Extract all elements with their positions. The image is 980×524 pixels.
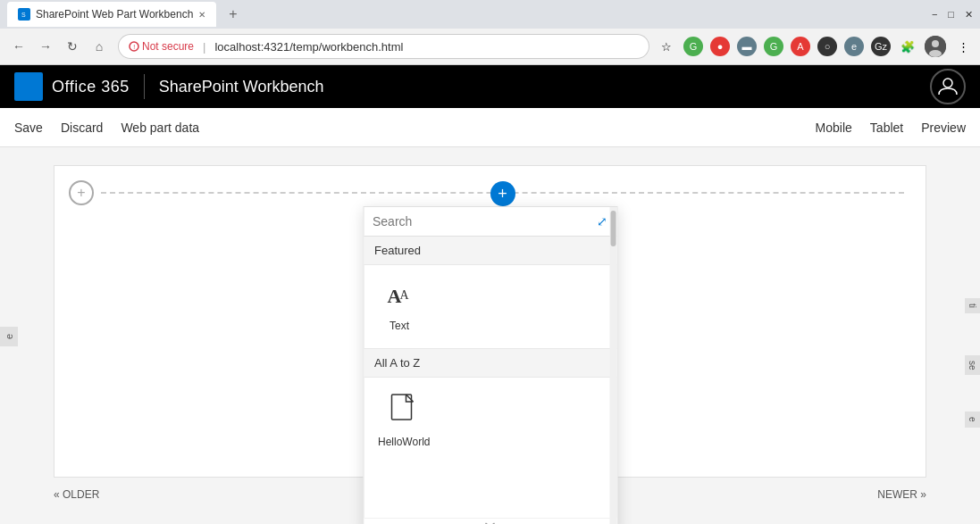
sharepoint-title: SharePoint Workbench (159, 78, 324, 96)
ext-e-icon[interactable]: e (844, 37, 864, 56)
minimize-button[interactable]: − (932, 9, 937, 20)
reload-button[interactable]: ↻ (61, 35, 84, 58)
office-title: Office 365 (52, 78, 130, 96)
new-tab-button[interactable]: + (223, 6, 242, 22)
picker-scrollbar[interactable] (609, 207, 616, 524)
browser-tab[interactable]: S SharePoint Web Part Workbench ✕ (7, 2, 216, 27)
picker-scroll-indicator (364, 518, 616, 524)
svg-point-7 (943, 79, 952, 87)
bookmark-icon[interactable]: ☆ (657, 37, 676, 56)
left-panel-tab[interactable]: e (0, 326, 18, 345)
menu-dots-icon[interactable]: ⋮ (953, 37, 973, 56)
mobile-button[interactable]: Mobile (816, 117, 852, 138)
ext-red-icon[interactable]: ● (710, 37, 730, 56)
svg-rect-10 (391, 395, 411, 420)
preview-button[interactable]: Preview (921, 117, 966, 138)
svg-text:!: ! (133, 44, 135, 50)
picker-search-input[interactable] (373, 214, 591, 229)
file-icon (389, 394, 418, 432)
user-avatar-icon[interactable] (925, 36, 946, 57)
right-panel-tab-ti[interactable]: ti (965, 298, 980, 313)
url-text: localhost:4321/temp/workbench.html (214, 40, 403, 54)
home-button[interactable]: ⌂ (88, 35, 111, 58)
right-panel-tab-e[interactable]: e (965, 412, 980, 428)
ext-g2-icon[interactable]: G (764, 37, 783, 56)
ext-zip-icon[interactable]: Gz (871, 37, 891, 56)
text-icon: A A (385, 281, 414, 316)
ext-gray-icon[interactable]: ▬ (737, 37, 757, 56)
picker-featured-header: Featured (364, 237, 616, 265)
ext-google-icon[interactable]: G (683, 37, 703, 56)
older-button[interactable]: « OLDER (54, 488, 99, 501)
user-profile-icon[interactable] (930, 69, 966, 104)
header-divider (144, 74, 145, 99)
tab-close-button[interactable]: ✕ (198, 10, 205, 20)
tab-favicon: S (18, 8, 30, 21)
svg-text:S: S (21, 12, 26, 18)
newer-button[interactable]: NEWER » (877, 488, 926, 501)
office-brand: Office 365 (14, 72, 130, 101)
right-panel-tab-se[interactable]: se (965, 355, 980, 376)
section-divider-line: + (101, 192, 904, 194)
url-input[interactable]: ! Not secure | localhost:4321/temp/workb… (118, 34, 649, 59)
user-avatar-svg (937, 76, 959, 97)
discard-button[interactable]: Discard (61, 117, 103, 138)
picker-search-bar: ⤢ (364, 207, 616, 237)
picker-item-text[interactable]: A A Text (364, 272, 435, 341)
workbench-area: e ti se e + + ⤢ (0, 147, 980, 524)
picker-all-items: HelloWorld (364, 378, 616, 464)
app-header: Office 365 SharePoint Workbench (0, 65, 980, 108)
ext-puzzle-icon[interactable]: 🧩 (898, 37, 917, 56)
close-button[interactable]: ✕ (965, 9, 973, 21)
add-web-part-button[interactable]: + (490, 181, 515, 206)
picker-item-text-label: Text (389, 320, 409, 332)
maximize-button[interactable]: □ (948, 9, 954, 20)
svg-point-6 (929, 50, 942, 57)
office-logo (14, 72, 43, 101)
tablet-button[interactable]: Tablet (870, 117, 903, 138)
ext-a-icon[interactable]: A (791, 37, 810, 56)
browser-toolbar-icons: ☆ G ● ▬ G A ○ e Gz 🧩 ⋮ (657, 36, 973, 57)
forward-button[interactable]: → (34, 35, 57, 58)
picker-expand-icon[interactable]: ⤢ (597, 214, 607, 229)
web-part-picker: ⤢ Featured A A Text (363, 206, 617, 524)
picker-featured-items: A A Text (364, 265, 616, 348)
ext-dark-icon[interactable]: ○ (817, 37, 837, 56)
back-button[interactable]: ← (7, 35, 30, 58)
picker-item-helloworld[interactable]: HelloWorld (364, 385, 444, 457)
web-part-data-button[interactable]: Web part data (121, 117, 199, 138)
title-bar: S SharePoint Web Part Workbench ✕ + − □ … (0, 0, 980, 29)
svg-text:A: A (399, 288, 409, 302)
add-section-circle-button[interactable]: + (69, 180, 94, 205)
address-bar: ← → ↻ ⌂ ! Not secure | localhost:4321/te… (0, 29, 980, 64)
workbench-toolbar: Save Discard Web part data Mobile Tablet… (0, 108, 980, 147)
svg-point-5 (932, 40, 939, 47)
tab-title: SharePoint Web Part Workbench (36, 8, 193, 21)
workbench-canvas: + + ⤢ Featured (54, 165, 926, 478)
picker-all-az-header: All A to Z (364, 348, 616, 378)
security-warning: ! Not secure (129, 40, 194, 53)
save-button[interactable]: Save (14, 117, 43, 138)
picker-bottom-space (364, 464, 616, 518)
add-section-row: + + (69, 180, 911, 205)
picker-item-helloworld-label: HelloWorld (378, 436, 430, 448)
picker-scrollbar-thumb (610, 211, 616, 246)
